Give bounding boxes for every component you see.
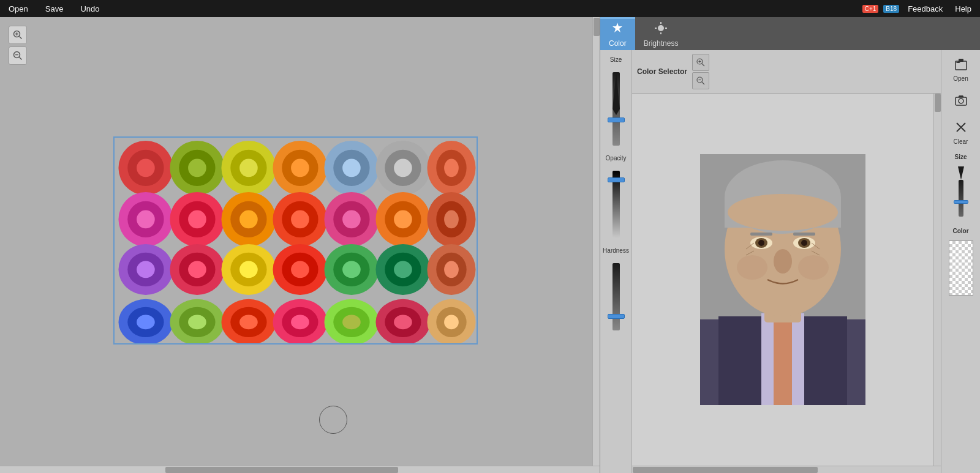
svg-point-51 bbox=[137, 261, 155, 278]
right-hscroll[interactable] bbox=[632, 466, 941, 473]
svg-point-24 bbox=[394, 159, 412, 177]
right-size-handle[interactable] bbox=[954, 200, 968, 204]
menubar: Open Save Undo C+1 B18 Feedback Help bbox=[0, 0, 980, 17]
svg-point-123 bbox=[774, 249, 792, 274]
feedback-link[interactable]: Feedback bbox=[904, 3, 946, 15]
brush-cursor bbox=[319, 406, 347, 434]
svg-point-57 bbox=[239, 261, 258, 278]
svg-rect-109 bbox=[774, 316, 792, 405]
svg-point-27 bbox=[444, 159, 459, 177]
svg-point-133 bbox=[959, 99, 963, 103]
slider-panel: Size Opacity bbox=[600, 50, 632, 473]
menu-save[interactable]: Save bbox=[42, 3, 67, 15]
svg-point-128 bbox=[737, 255, 767, 280]
svg-line-5 bbox=[20, 58, 22, 60]
right-size-track bbox=[959, 180, 963, 217]
zoom-in-button[interactable] bbox=[9, 26, 27, 44]
svg-rect-122 bbox=[793, 233, 815, 236]
help-link[interactable]: Help bbox=[951, 3, 975, 15]
opacity-slider[interactable] bbox=[608, 168, 625, 241]
svg-point-87 bbox=[394, 315, 412, 330]
svg-point-12 bbox=[188, 159, 206, 177]
brightness-tab-label: Brightness bbox=[644, 39, 679, 48]
open-button[interactable]: Open bbox=[951, 55, 970, 84]
canvas-vscroll[interactable] bbox=[592, 17, 600, 466]
canvas-vscroll-thumb[interactable] bbox=[594, 18, 600, 36]
right-panel: Color Brightness S bbox=[600, 17, 980, 473]
svg-point-15 bbox=[239, 159, 258, 177]
color-tab-icon bbox=[611, 21, 624, 38]
canvas-image[interactable] bbox=[113, 136, 478, 345]
right-hscroll-thumb[interactable] bbox=[633, 467, 818, 473]
clear-label: Clear bbox=[954, 138, 968, 145]
svg-point-21 bbox=[342, 159, 361, 177]
svg-point-42 bbox=[342, 210, 361, 229]
svg-point-48 bbox=[444, 210, 459, 229]
zoom-controls bbox=[9, 26, 27, 65]
svg-point-81 bbox=[291, 315, 309, 330]
svg-point-119 bbox=[758, 240, 764, 246]
camera-icon bbox=[954, 93, 968, 110]
clear-button[interactable]: Clear bbox=[951, 118, 971, 147]
svg-line-1 bbox=[20, 37, 22, 39]
badge-b18: B18 bbox=[883, 5, 899, 13]
svg-point-72 bbox=[137, 315, 155, 330]
right-size-slider[interactable] bbox=[954, 166, 968, 222]
panel-scrollable: Color Selector bbox=[632, 50, 941, 473]
svg-point-33 bbox=[188, 210, 206, 229]
svg-line-102 bbox=[702, 82, 704, 84]
svg-point-78 bbox=[239, 315, 258, 330]
hardness-label: Hardness bbox=[603, 247, 629, 254]
yarn-svg bbox=[115, 138, 477, 343]
svg-line-98 bbox=[702, 64, 704, 66]
canvas-area[interactable] bbox=[0, 17, 600, 473]
person-image bbox=[700, 154, 865, 405]
tool-tabs: Color Brightness bbox=[600, 17, 980, 50]
svg-marker-96 bbox=[612, 72, 620, 115]
hardness-slider[interactable] bbox=[608, 260, 625, 333]
svg-point-18 bbox=[291, 159, 309, 177]
menubar-right: C+1 B18 Feedback Help bbox=[862, 0, 975, 17]
color-zoom-out-btn[interactable] bbox=[692, 72, 709, 89]
svg-point-129 bbox=[798, 255, 829, 280]
svg-point-60 bbox=[291, 261, 309, 278]
capture-button[interactable] bbox=[952, 91, 970, 112]
main-layout: Color Brightness S bbox=[0, 17, 980, 473]
content-with-hscroll bbox=[632, 94, 941, 466]
right-vscroll[interactable] bbox=[933, 94, 941, 466]
right-vscroll-thumb[interactable] bbox=[935, 94, 941, 112]
clear-icon bbox=[954, 121, 968, 137]
tab-color[interactable]: Color bbox=[600, 17, 635, 50]
svg-rect-131 bbox=[959, 59, 963, 62]
size-slider[interactable] bbox=[608, 69, 625, 149]
svg-point-75 bbox=[188, 315, 206, 330]
zoom-out-button[interactable] bbox=[9, 47, 27, 65]
color-content[interactable] bbox=[632, 94, 933, 466]
svg-point-120 bbox=[801, 240, 807, 246]
color-tab-label: Color bbox=[609, 39, 627, 48]
size-label: Size bbox=[610, 56, 622, 63]
color-selector-label: Color Selector bbox=[637, 67, 687, 76]
svg-point-39 bbox=[291, 210, 309, 229]
svg-rect-121 bbox=[750, 233, 772, 236]
right-color-label: Color bbox=[952, 228, 968, 234]
color-swatch[interactable] bbox=[949, 240, 973, 296]
right-sub-panel: Open bbox=[941, 50, 980, 473]
svg-point-66 bbox=[394, 261, 412, 278]
svg-point-91 bbox=[658, 25, 664, 31]
canvas-hscroll[interactable] bbox=[0, 466, 600, 473]
svg-point-45 bbox=[394, 210, 412, 229]
menu-undo[interactable]: Undo bbox=[77, 3, 103, 15]
badge-c1: C+1 bbox=[862, 5, 879, 13]
canvas-hscroll-thumb[interactable] bbox=[165, 467, 398, 473]
menu-open[interactable]: Open bbox=[5, 3, 32, 15]
color-zoom-in-btn[interactable] bbox=[692, 54, 709, 71]
color-zoom-buttons bbox=[692, 54, 709, 89]
tab-brightness[interactable]: Brightness bbox=[635, 17, 687, 50]
open-label: Open bbox=[953, 75, 968, 82]
size-diamond-indicator bbox=[958, 166, 964, 180]
panel-body: Size Opacity bbox=[600, 50, 980, 473]
svg-point-9 bbox=[137, 159, 155, 177]
svg-point-84 bbox=[342, 315, 361, 330]
svg-point-114 bbox=[728, 194, 838, 231]
